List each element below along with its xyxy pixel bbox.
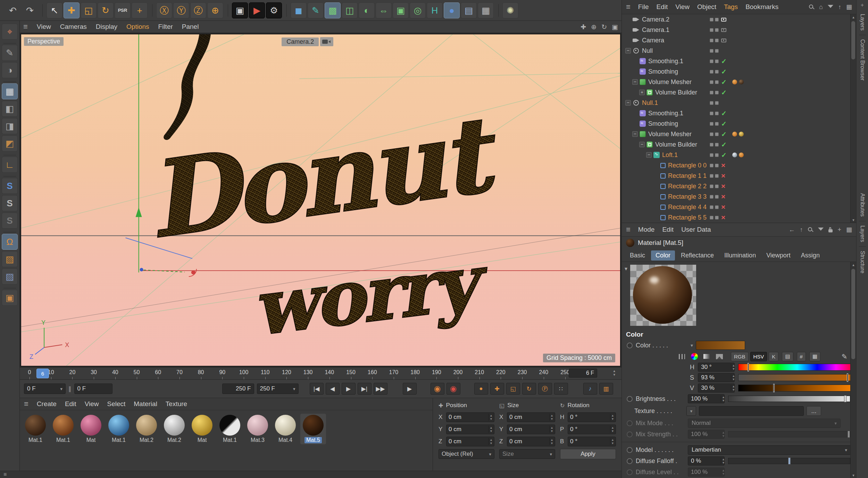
expander-icon[interactable]: − [625, 100, 631, 106]
history-back-icon[interactable]: ← [788, 226, 795, 233]
object-row-rectangle-0-0[interactable]: Rectangle 0 0× [622, 160, 856, 171]
tab-illumination[interactable]: Illumination [720, 250, 760, 261]
object-row-camera-1[interactable]: Camera.1 [622, 25, 856, 35]
object-manager-menu-file[interactable]: File [638, 3, 649, 11]
state-cross[interactable]: × [721, 161, 725, 170]
timeline-playhead[interactable]: 6 [36, 369, 49, 378]
coord-stepper[interactable]: ▴▾ [549, 438, 553, 445]
viewport-menu-panel[interactable]: Panel [182, 23, 199, 31]
scroll-down-icon[interactable]: ▾ [851, 472, 856, 478]
render-visibility-dot[interactable] [715, 101, 719, 105]
side-tab-structure[interactable]: Structure [859, 247, 866, 278]
coord-input-r-p[interactable]: 0 °▴▾ [568, 425, 616, 434]
render-view[interactable]: ▣ [232, 2, 248, 18]
next-frame[interactable]: ▶| [358, 383, 372, 395]
render-picture-viewer[interactable]: ▶ [249, 2, 265, 18]
render-visibility-dot[interactable] [715, 195, 719, 199]
value-bar[interactable] [738, 385, 856, 392]
coord-stepper[interactable]: ▴▾ [489, 438, 492, 445]
visibility-toggles[interactable] [710, 153, 719, 157]
viewport-canvas[interactable]: Donut worry Y X Z Perspective [21, 34, 620, 366]
state-check[interactable]: ✓ [721, 130, 727, 138]
goto-start[interactable]: |◀ [310, 383, 324, 395]
render-visibility-dot[interactable] [715, 164, 719, 167]
visibility-toggles[interactable] [710, 80, 719, 84]
editor-visibility-dot[interactable] [710, 122, 713, 126]
editor-visibility-dot[interactable] [710, 205, 713, 209]
apply-button[interactable]: Apply [560, 449, 616, 459]
visibility-toggles[interactable] [710, 122, 719, 126]
render-visibility-dot[interactable] [715, 174, 719, 178]
move-tool[interactable]: ✚ [64, 2, 80, 18]
diffuse-falloff-handle[interactable] [788, 458, 791, 464]
coord-input-p-x[interactable]: 0 cm▴▾ [446, 412, 494, 422]
expander-icon[interactable]: − [632, 131, 638, 137]
tab-color[interactable]: Color [651, 250, 675, 261]
render-visibility-dot[interactable] [715, 80, 719, 84]
camera-toggle-icon[interactable] [721, 39, 726, 42]
coord-input-s-y[interactable]: 0 cm▴▾ [507, 425, 555, 434]
keyframe-all[interactable]: ● [474, 383, 488, 395]
maximize-view-icon[interactable]: ▣ [612, 23, 618, 31]
visibility-toggles[interactable] [710, 174, 719, 178]
add-primitive-cube[interactable]: ◼ [291, 2, 307, 18]
texture-field[interactable] [699, 406, 804, 416]
timeline-ruler[interactable]: 0102030405060708090100110120130140150160… [20, 367, 621, 380]
object-row-rectangle-5-5[interactable]: Rectangle 5 5× [622, 212, 856, 223]
render-visibility-dot[interactable] [715, 28, 719, 32]
state-cross[interactable]: × [721, 192, 725, 201]
render-visibility-dot[interactable] [715, 18, 719, 22]
attributes-menu-edit[interactable]: Edit [662, 226, 674, 233]
tab-assign[interactable]: Assign [796, 250, 824, 261]
coord-stepper[interactable]: ▴▾ [489, 414, 492, 421]
object-manager-menu-view[interactable]: View [675, 3, 690, 11]
solo-toggle[interactable]: ▥ [599, 383, 613, 395]
viewport-menu-cameras[interactable]: Cameras [60, 23, 87, 31]
lock-icon[interactable] [828, 229, 833, 232]
diffuse-falloff-anim-dot[interactable] [627, 458, 633, 464]
coord-stepper[interactable]: ▴▾ [489, 426, 492, 433]
viewport-menu-view[interactable]: View [37, 23, 51, 31]
metaball-generator[interactable]: ◎ [410, 2, 426, 18]
add-icon[interactable]: + [837, 226, 841, 233]
brightness-handle[interactable] [844, 395, 846, 402]
camera-toggle-icon[interactable] [721, 28, 726, 32]
visibility-toggles[interactable] [710, 216, 719, 220]
side-tab-layers[interactable]: Layers [859, 221, 866, 246]
sphere-gray-tag[interactable] [732, 153, 737, 157]
material-swatch-mat-1-3[interactable]: Mat.1 [106, 414, 132, 444]
coord-input-p-y[interactable]: 0 cm▴▾ [446, 425, 494, 434]
frame-stepper-down-icon[interactable]: ▾ [613, 373, 615, 377]
quantize-grid[interactable]: ▨ [2, 251, 18, 267]
pen-spline-tool[interactable]: ✎ [308, 2, 324, 18]
key-scale[interactable]: ◱ [506, 383, 520, 395]
tab-reflectance[interactable]: Reflectance [676, 250, 718, 261]
camera-toggle-icon[interactable] [721, 18, 726, 22]
timeline-units-icon[interactable]: ∥ [68, 385, 72, 393]
editor-visibility-dot[interactable] [710, 132, 713, 136]
object-row-volume-builder[interactable]: +Volume Builder✓ [622, 87, 856, 98]
attributes-scrollbar[interactable]: ▴ ▾ [850, 262, 856, 478]
key-position[interactable]: ✚ [490, 383, 504, 395]
sphere-dark-tag[interactable] [739, 80, 744, 84]
play-preview[interactable]: ▶ [403, 383, 417, 395]
materials-menu-icon[interactable]: ≡ [24, 399, 28, 409]
material-swatch-mat-6[interactable]: Mat [189, 414, 215, 444]
material-swatch-mat-1-1[interactable]: Mat.1 [50, 414, 76, 444]
state-cross[interactable]: × [721, 203, 725, 211]
editor-visibility-dot[interactable] [710, 39, 713, 42]
goto-end[interactable]: ▶▶ [374, 383, 387, 395]
state-cam[interactable] [721, 39, 726, 42]
render-visibility-dot[interactable] [715, 59, 719, 63]
visibility-toggles[interactable] [710, 39, 719, 42]
materials-menu-edit[interactable]: Edit [65, 400, 76, 408]
current-start-field[interactable]: 0 F [74, 384, 112, 394]
search-icon[interactable] [809, 4, 814, 10]
visibility-toggles[interactable] [710, 101, 719, 105]
workplane-snap[interactable]: ▨ [2, 269, 18, 285]
subdivision-surface[interactable]: ▩ [325, 2, 341, 18]
sculpt-tool[interactable]: ✎ [2, 45, 18, 61]
render-visibility-dot[interactable] [715, 205, 719, 209]
record-keyframe[interactable]: ◉ [431, 383, 444, 395]
object-row-volume-mesher[interactable]: −Volume Mesher✓ [622, 77, 856, 87]
